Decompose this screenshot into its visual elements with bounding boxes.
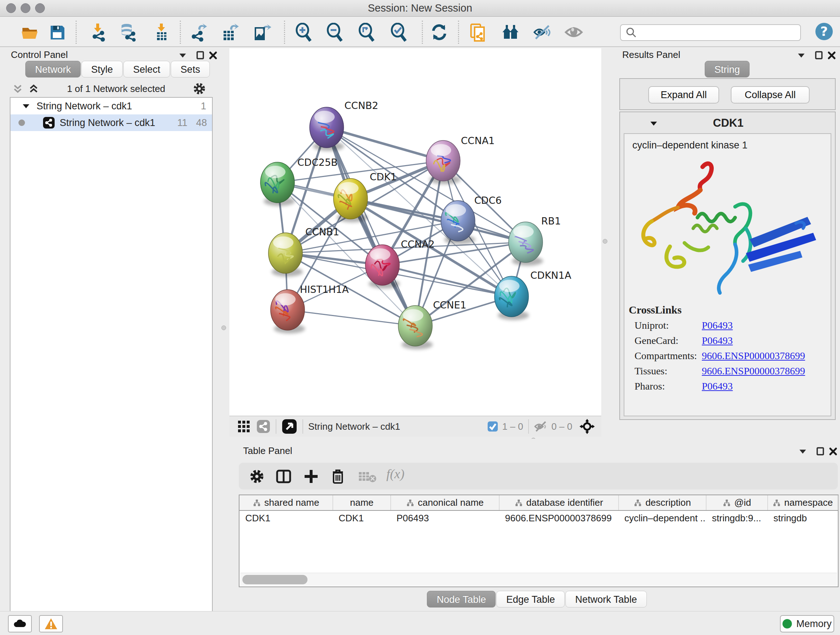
pan-crosshair-icon[interactable] (579, 418, 595, 435)
network-node-label-CCNB2: CCNB2 (344, 100, 378, 111)
expand-all-networks-icon[interactable] (27, 82, 40, 95)
network-edge-CCNB2-CCNE1[interactable] (327, 127, 415, 326)
hide-selected-icon[interactable] (533, 23, 552, 42)
zoom-window-button[interactable] (35, 3, 45, 13)
right-splitter-handle[interactable] (603, 239, 607, 244)
export-table-icon[interactable] (221, 23, 240, 42)
zoom-selected-icon[interactable] (390, 23, 409, 42)
left-splitter-handle[interactable] (221, 325, 226, 330)
crosslink-link[interactable]: P06493 (702, 380, 733, 392)
network-collection-row[interactable]: String Network – cdk1 1 (11, 98, 212, 114)
zoom-out-icon[interactable] (325, 23, 344, 42)
column-header[interactable]: database identifier (499, 495, 619, 510)
collection-expander-icon[interactable] (21, 101, 32, 111)
column-header[interactable]: description (619, 495, 706, 510)
cell-shared-name[interactable]: CDK1 (240, 510, 333, 526)
search-input[interactable] (640, 27, 800, 38)
table-options-gear-icon[interactable] (249, 469, 265, 485)
birds-eye-view-icon[interactable] (281, 418, 297, 434)
export-network-icon[interactable] (189, 23, 208, 42)
table-header-row: shared name name canonical name database… (240, 495, 838, 510)
column-header[interactable]: @id (706, 495, 767, 510)
float-panel-icon[interactable] (797, 446, 808, 457)
close-panel-icon[interactable] (208, 50, 218, 61)
duplicate-network-icon[interactable] (469, 23, 488, 42)
export-image-icon[interactable] (253, 23, 271, 42)
close-window-button[interactable] (6, 3, 16, 13)
column-header[interactable]: canonical name (391, 495, 499, 510)
import-table-file-icon[interactable] (152, 23, 171, 42)
collapse-all-button[interactable]: Collapse All (731, 86, 810, 103)
close-panel-icon[interactable] (826, 50, 837, 61)
crosslink-link[interactable]: P06493 (702, 320, 733, 331)
column-header[interactable]: shared name (240, 495, 333, 510)
import-network-database-icon[interactable] (118, 23, 137, 42)
cell-description[interactable]: cyclin–dependent ... (619, 510, 706, 526)
minimize-window-button[interactable] (21, 3, 30, 13)
table-horizontal-scrollbar[interactable] (240, 573, 837, 586)
network-status-dot (19, 119, 25, 126)
crosslink-link[interactable]: P06493 (702, 335, 733, 347)
save-session-icon[interactable] (48, 23, 66, 42)
tab-edge-table[interactable]: Edge Table (496, 591, 565, 608)
tab-style[interactable]: Style (81, 61, 123, 78)
column-header[interactable]: name (333, 495, 391, 510)
zoom-fit-content-icon[interactable] (357, 23, 376, 42)
network-row[interactable]: String Network – cdk1 11 48 (11, 114, 212, 131)
float-panel-icon[interactable] (177, 50, 188, 61)
cell-name[interactable]: CDK1 (333, 510, 391, 526)
selected-node-edge-counts: 1 – 0 (502, 421, 523, 432)
cloud-services-button[interactable] (8, 615, 32, 632)
warnings-button[interactable] (39, 615, 63, 632)
table-row[interactable]: CDK1 CDK1 P06493 9606.ENSP00000378699 cy… (240, 510, 838, 526)
maximize-panel-icon[interactable] (815, 446, 826, 457)
cell-id[interactable]: stringdb:9... (706, 510, 767, 526)
selected-checkbox-icon[interactable] (487, 421, 499, 432)
toolbar-separator (76, 21, 77, 44)
memory-button[interactable]: Memory (780, 615, 834, 632)
scrollbar-thumb[interactable] (242, 575, 308, 584)
network-options-gear-icon[interactable] (193, 82, 206, 96)
tab-string-results[interactable]: String (705, 61, 750, 78)
string-network-graph[interactable]: CCNB2CCNA1CDC25BCDK1CDC6RB1CCNB1CCNA2CDK… (229, 48, 601, 416)
memory-label: Memory (796, 618, 832, 630)
crosslink-link[interactable]: 9606.ENSP00000378699 (702, 350, 805, 362)
tab-sets[interactable]: Sets (171, 61, 210, 78)
show-columns-icon[interactable] (276, 469, 292, 485)
cell-canonical-name[interactable]: P06493 (391, 510, 499, 526)
crosslink-link[interactable]: 9606.ENSP00000378699 (702, 365, 805, 377)
footer-separator (528, 419, 529, 434)
delete-table-icon[interactable] (358, 470, 377, 483)
expand-all-button[interactable]: Expand All (648, 86, 719, 103)
refresh-network-view-icon[interactable] (430, 23, 448, 42)
show-all-icon[interactable] (564, 23, 583, 42)
create-column-icon[interactable] (303, 469, 319, 485)
toolbar-separator (458, 21, 459, 44)
node-table[interactable]: shared name name canonical name database… (239, 494, 838, 587)
column-header[interactable]: namespace (767, 495, 838, 510)
cell-namespace[interactable]: stringdb (767, 510, 838, 526)
help-icon[interactable]: ? (815, 22, 834, 41)
import-network-file-icon[interactable] (88, 23, 107, 42)
delete-column-icon[interactable] (330, 468, 346, 485)
string-protein-query-icon[interactable] (501, 23, 520, 42)
window-titlebar: Session: New Session (0, 0, 840, 17)
network-view-icon[interactable] (256, 419, 271, 434)
maximize-panel-icon[interactable] (813, 50, 824, 61)
cell-database-identifier[interactable]: 9606.ENSP00000378699 (499, 510, 619, 526)
tab-network[interactable]: Network (25, 61, 81, 78)
grid-view-icon[interactable] (237, 419, 251, 434)
collapse-all-networks-icon[interactable] (11, 82, 24, 95)
zoom-in-icon[interactable] (294, 23, 313, 42)
tab-network-table[interactable]: Network Table (565, 591, 647, 608)
float-panel-icon[interactable] (796, 50, 807, 61)
tab-select[interactable]: Select (123, 61, 170, 78)
open-session-icon[interactable] (20, 23, 39, 42)
maximize-panel-icon[interactable] (195, 50, 206, 61)
control-panel-title: Control Panel (11, 49, 68, 60)
network-view-canvas[interactable]: CCNB2CCNA1CDC25BCDK1CDC6RB1CCNB1CCNA2CDK… (229, 48, 601, 416)
tab-node-table[interactable]: Node Table (427, 591, 496, 608)
close-panel-icon[interactable] (828, 446, 838, 457)
network-edge-CCNB2-CCNA1[interactable] (327, 127, 443, 161)
network-edge-HIST1H1A-CCNE1[interactable] (287, 310, 415, 326)
